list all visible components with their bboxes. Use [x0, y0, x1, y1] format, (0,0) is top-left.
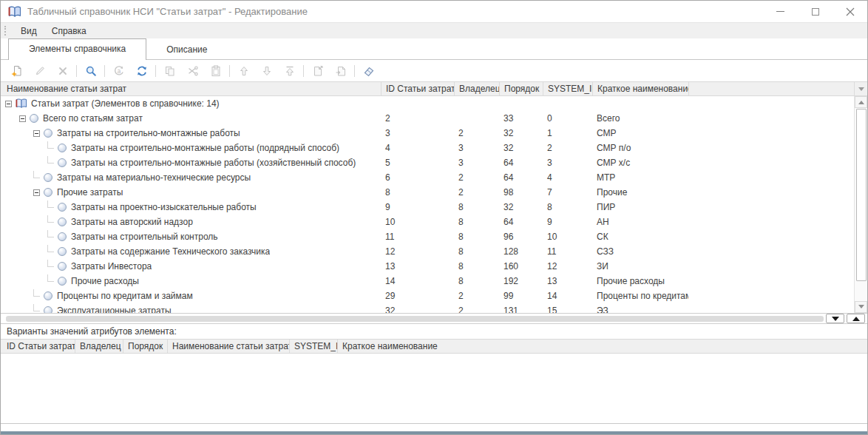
attr-column-system-id[interactable]: SYSTEM_ID — [289, 340, 337, 353]
tree-node-label: Эксплуатационные затраты — [57, 306, 172, 313]
node-sphere-icon — [44, 129, 52, 138]
column-header-name[interactable]: Наименование статьи затрат — [1, 82, 381, 95]
node-sphere-icon — [58, 277, 67, 286]
tree-table-header: Наименование статьи затрат ID Статьи зат… — [1, 81, 867, 96]
hscrollbar-thumb[interactable] — [6, 316, 824, 322]
paste-button[interactable] — [204, 62, 227, 80]
cell-short-name: СМР х/с — [592, 158, 688, 168]
export-document-button[interactable] — [329, 62, 352, 80]
menu-item-vid[interactable]: Вид — [13, 23, 44, 39]
toolbar-grip-icon — [4, 26, 7, 36]
tree-collapse-toggle[interactable] — [19, 115, 26, 122]
refresh-button[interactable] — [130, 62, 153, 80]
cell-system-id: 9 — [543, 217, 592, 227]
tree-collapse-toggle[interactable] — [33, 189, 40, 196]
cell-short-name: ПИР — [592, 202, 688, 212]
tab-description[interactable]: Описание — [146, 40, 227, 60]
cell-owner: 3 — [454, 158, 499, 168]
cell-order: 32 — [499, 202, 543, 212]
cell-system-id: 15 — [543, 306, 592, 313]
tree-row[interactable]: Всего по статьям затрат2330Всего — [1, 111, 854, 126]
triangle-down-icon — [858, 305, 864, 311]
column-header-system-id[interactable]: SYSTEM_ID — [543, 82, 592, 95]
column-header-id[interactable]: ID Статьи затрат — [381, 82, 454, 95]
tree-row[interactable]: Проценты по кредитам и займам2929914Проц… — [1, 289, 854, 303]
column-header-short-name[interactable]: Краткое наименование — [592, 82, 688, 95]
scroll-up-button[interactable] — [855, 96, 867, 108]
cell-id: 12 — [381, 246, 454, 257]
tree-node-label: Прочие расходы — [71, 276, 139, 286]
tab-elements[interactable]: Элементы справочника — [8, 38, 146, 60]
cell-system-id: 8 — [543, 202, 592, 212]
cell-order: 98 — [499, 187, 543, 198]
eraser-icon — [363, 65, 375, 77]
move-top-button[interactable] — [278, 62, 301, 80]
auto-replace-button[interactable]: a — [107, 62, 130, 80]
tree-row[interactable]: Затраты на строительно-монтажные работы … — [1, 141, 854, 155]
cell-order: 160 — [499, 261, 543, 272]
horizontal-scrollbar[interactable] — [1, 313, 867, 324]
delete-element-button[interactable] — [51, 62, 74, 80]
tree-connector-line — [33, 304, 40, 311]
tree-connector-line — [47, 245, 54, 252]
tree-node-label: Затраты на строительный контроль — [71, 232, 218, 242]
cell-short-name: ЗИ — [592, 261, 688, 272]
status-strip — [1, 424, 867, 431]
cell-system-id: 13 — [543, 276, 592, 286]
column-header-owner[interactable]: Владелец — [454, 82, 499, 95]
tree-row[interactable]: Эксплуатационные затраты32213115ЭЗ — [1, 303, 854, 313]
tree-row[interactable]: Затраты на авторский надзор108649АН — [1, 215, 854, 229]
maximize-button[interactable] — [798, 1, 833, 22]
window-bottom-edge — [1, 431, 867, 434]
attr-column-owner[interactable]: Владелец — [75, 340, 123, 353]
add-element-button[interactable] — [5, 62, 28, 80]
tree-row[interactable]: Прочие расходы14819213Прочие расходы — [1, 274, 854, 289]
attr-column-order[interactable]: Порядок — [123, 340, 167, 353]
attr-column-short-name[interactable]: Краткое наименование — [337, 340, 867, 353]
tree-row[interactable]: Затраты на строительно-монтажные работы3… — [1, 126, 854, 141]
search-button[interactable] — [79, 62, 102, 80]
at-refresh-icon: a — [113, 65, 125, 77]
tree-connector-line — [47, 230, 54, 237]
attr-column-name[interactable]: Наименование статьи затрат — [167, 340, 289, 353]
tree-row[interactable]: Прочие затраты82987Прочие — [1, 185, 854, 200]
attr-column-id[interactable]: ID Статьи затрат — [1, 340, 75, 353]
cell-owner: 2 — [454, 172, 499, 183]
cell-order: 33 — [499, 113, 543, 124]
tree-row[interactable]: Затраты на содержание Технического заказ… — [1, 244, 854, 259]
cell-system-id: 3 — [543, 158, 592, 168]
cut-button[interactable] — [181, 62, 204, 80]
close-button[interactable] — [833, 1, 867, 22]
node-sphere-icon — [58, 144, 67, 152]
minimize-button[interactable] — [763, 1, 798, 22]
import-document-button[interactable] — [306, 62, 329, 80]
cell-order: 64 — [499, 172, 543, 183]
tree-row[interactable]: Затраты на строительный контроль1189610С… — [1, 229, 854, 244]
tree-row[interactable]: Затраты Инвестора13816012ЗИ — [1, 259, 854, 274]
tree-collapse-toggle[interactable] — [5, 101, 12, 107]
tree-row[interactable]: Затраты на проектно-изыскательные работы… — [1, 200, 854, 215]
menu-item-spravka[interactable]: Справка — [44, 23, 94, 39]
scroll-down-button[interactable] — [855, 301, 867, 313]
move-up-button[interactable] — [232, 62, 255, 80]
grid-nav-up-button[interactable] — [847, 314, 865, 323]
grid-nav-down-button[interactable] — [826, 314, 844, 323]
edit-element-button[interactable] — [28, 62, 51, 80]
clear-button[interactable] — [357, 62, 380, 80]
minimize-icon — [776, 11, 784, 12]
column-options-button[interactable] — [854, 82, 867, 95]
scrollbar-thumb[interactable] — [856, 109, 867, 281]
tree-row[interactable]: Статьи затрат (Элементов в справочнике: … — [1, 96, 854, 111]
tree-rows: Статьи затрат (Элементов в справочнике: … — [1, 96, 854, 313]
column-header-order[interactable]: Порядок — [499, 82, 543, 95]
tree-collapse-toggle[interactable] — [33, 130, 40, 137]
svg-text:a: a — [117, 67, 121, 74]
cell-order: 64 — [499, 158, 543, 168]
tree-row[interactable]: Затраты на материально-технические ресур… — [1, 170, 854, 185]
tree-row[interactable]: Затраты на строительно-монтажные работы … — [1, 155, 854, 170]
move-down-button[interactable] — [255, 62, 278, 80]
copy-button[interactable] — [158, 62, 181, 80]
toolbar-separator — [155, 65, 156, 77]
cell-id: 6 — [381, 172, 454, 183]
vertical-scrollbar[interactable] — [854, 96, 867, 313]
